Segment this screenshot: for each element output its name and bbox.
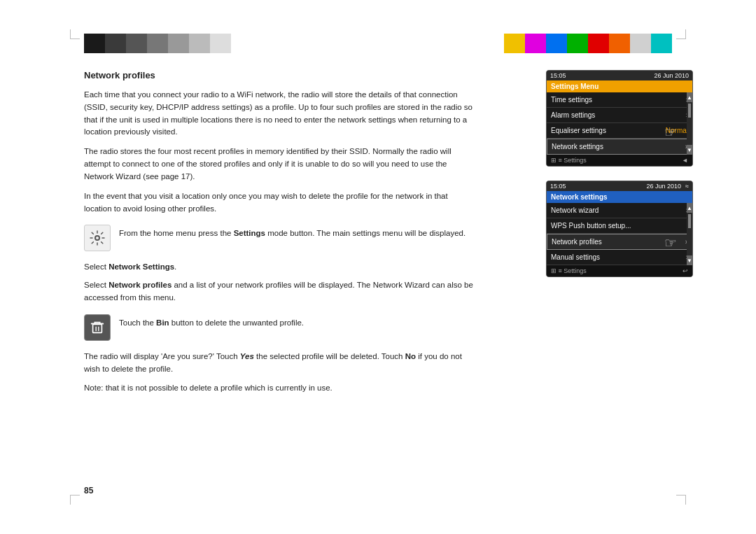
screen1-item-network: Network settings › <box>547 139 692 155</box>
svg-rect-1 <box>93 324 102 332</box>
screen1-menu-title: Settings Menu <box>547 80 692 92</box>
screen1-time: 15:05 <box>550 72 566 79</box>
para4: Select Network profiles and a list of yo… <box>84 279 476 304</box>
screen2-scrollbar[interactable]: ▲ ▼ <box>687 203 692 265</box>
corner-mark-bl <box>70 495 80 505</box>
select1-text: Select Network Settings. <box>84 261 476 274</box>
screen1-date: 26 Jun 2010 <box>654 72 689 79</box>
screens-area: 15:05 26 Jun 2010 Settings Menu Time set… <box>546 70 700 277</box>
instruction-settings: From the home menu press the Settings mo… <box>84 225 476 251</box>
screen2-topbar: 15:05 26 Jun 2010 ≈ <box>547 181 692 191</box>
trash-icon <box>90 320 105 335</box>
screen2-bottom-right: ↩ <box>682 267 688 274</box>
screen2-bottombar: ⊞ ≡ Settings ↩ <box>547 265 692 276</box>
scroll-up-2[interactable]: ▲ <box>687 203 692 213</box>
trash-icon-box <box>84 314 111 341</box>
para2: The radio stores the four most recent pr… <box>84 146 476 183</box>
screen1-bottombar: ⊞ ≡ Settings ◄ <box>547 155 692 166</box>
scroll-down[interactable]: ▼ <box>687 145 692 155</box>
scroll-track <box>687 102 692 145</box>
para5: The radio will display 'Are you sure?' T… <box>84 351 476 376</box>
scroll-track-2 <box>687 213 692 255</box>
screen1-item-alarm: Alarm settings › <box>547 108 692 123</box>
corner-mark-br <box>676 495 686 505</box>
instruction-trash: Touch the Bin button to delete the unwan… <box>84 314 476 341</box>
page-number: 85 <box>84 486 93 496</box>
screen1-bottom-left: ⊞ ≡ Settings <box>551 157 587 164</box>
instruction2-text: Touch the Bin button to delete the unwan… <box>119 314 304 330</box>
screen2-item-manual: Manual settings › <box>547 250 692 265</box>
page-content: Network profiles Each time that you conn… <box>84 70 476 402</box>
screen1: 15:05 26 Jun 2010 Settings Menu Time set… <box>546 70 693 167</box>
screen2-date: 26 Jun 2010 <box>647 183 682 190</box>
hand-cursor-2: ☞ <box>664 234 677 251</box>
screen1-bottom-right: ◄ <box>682 157 688 164</box>
corner-mark-tr <box>676 29 686 39</box>
scroll-thumb-2 <box>688 214 691 228</box>
settings-icon-box <box>84 225 111 251</box>
instruction1-text: From the home menu press the Settings mo… <box>119 225 465 240</box>
scroll-thumb <box>688 104 691 118</box>
screen2-menu-title: Network settings <box>547 191 692 203</box>
screen1-item-time: Time settings › <box>547 92 692 108</box>
screen2-bottom-left: ⊞ ≡ Settings <box>551 267 587 274</box>
scroll-up[interactable]: ▲ <box>687 92 692 102</box>
scroll-down-2[interactable]: ▼ <box>687 255 692 265</box>
section-title: Network profiles <box>84 70 476 80</box>
screen2: 15:05 26 Jun 2010 ≈ Network settings Net… <box>546 181 693 277</box>
settings-icon <box>89 230 106 246</box>
para6: Note: that it is not possible to delete … <box>84 382 476 395</box>
wifi-icon: ≈ <box>685 183 689 190</box>
screen1-scrollbar[interactable]: ▲ ▼ <box>687 92 692 155</box>
hand-cursor-1: ☞ <box>664 124 677 141</box>
svg-point-0 <box>95 236 99 240</box>
screen2-item-wps: WPS Push button setup... <box>547 218 692 234</box>
screen1-topbar: 15:05 26 Jun 2010 <box>547 71 692 80</box>
color-bar-left <box>84 34 231 53</box>
corner-mark-tl <box>70 29 80 39</box>
para1: Each time that you connect your radio to… <box>84 89 476 139</box>
screen2-time: 15:05 <box>550 183 566 190</box>
para3: In the event that you visit a location o… <box>84 190 476 216</box>
color-bar-right <box>504 34 672 53</box>
screen2-item-wizard: Network wizard › <box>547 203 692 218</box>
